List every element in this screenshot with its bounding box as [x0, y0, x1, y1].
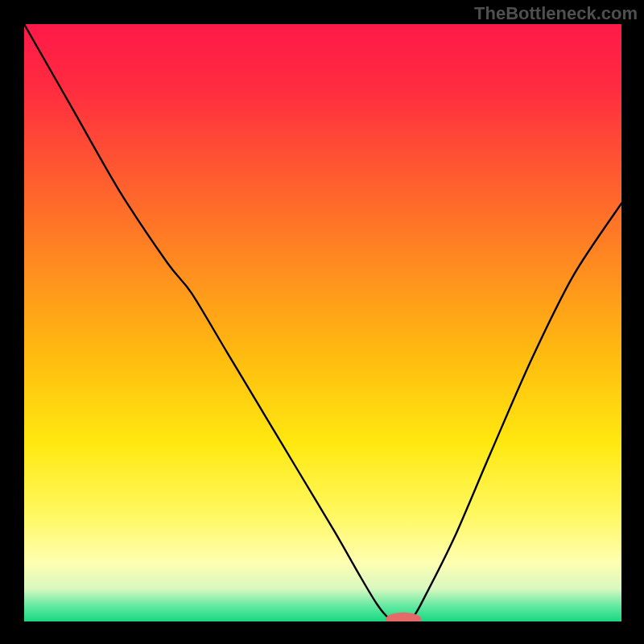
bottleneck-chart: [24, 24, 621, 621]
watermark-text: TheBottleneck.com: [474, 3, 638, 24]
plot-area: [24, 24, 621, 621]
chart-container: TheBottleneck.com: [0, 0, 644, 644]
gradient-background: [24, 24, 621, 621]
